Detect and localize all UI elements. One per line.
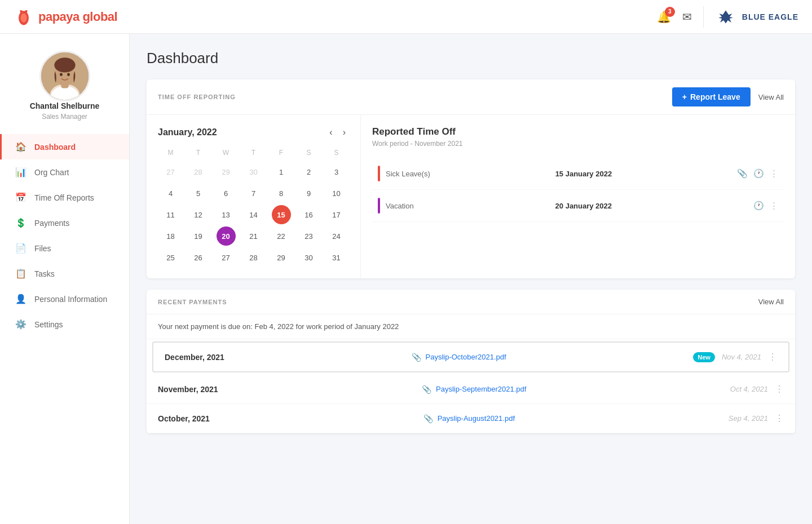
plus-icon: + — [682, 92, 687, 101]
payment-file-link-december[interactable]: Payslip-October2021.pdf — [426, 353, 506, 361]
cal-day[interactable]: 2 — [299, 162, 319, 181]
cal-day[interactable]: 6 — [217, 184, 236, 203]
sidebar-item-files[interactable]: 📄 Files — [0, 236, 129, 261]
payments-view-all-link[interactable]: View All — [758, 297, 784, 306]
cal-day[interactable]: 18 — [161, 227, 180, 246]
cal-day[interactable]: 13 — [217, 205, 236, 224]
cal-day[interactable]: 31 — [327, 248, 346, 267]
cal-day[interactable]: 5 — [189, 184, 208, 203]
calendar-prev-button[interactable]: ‹ — [326, 126, 336, 139]
sick-leave-actions: 📎 🕐 ⋮ — [737, 168, 778, 179]
cal-day[interactable]: 29 — [272, 248, 291, 267]
cal-day[interactable]: 17 — [327, 205, 346, 224]
payments-card-header: RECENT PAYMENTS View All — [147, 290, 795, 314]
cal-day[interactable]: 12 — [189, 205, 208, 224]
cal-day[interactable]: 29 — [217, 162, 236, 181]
cal-day[interactable]: 28 — [244, 248, 263, 267]
time-off-header-actions: + Report Leave View All — [672, 87, 784, 106]
sidebar-item-tasks[interactable]: 📋 Tasks — [0, 261, 129, 286]
notification-count: 3 — [665, 7, 675, 17]
cal-day[interactable]: 8 — [272, 184, 291, 203]
nav-list: 🏠 Dashboard 📊 Org Chart 📅 Time Off Repor… — [0, 134, 129, 337]
payment-dots-december[interactable]: ⋮ — [768, 352, 777, 362]
cal-day[interactable]: 3 — [327, 162, 346, 181]
sidebar-item-personal-information[interactable]: 👤 Personal Information — [0, 286, 129, 312]
cal-day-today[interactable]: 15 — [272, 205, 291, 224]
payment-row-december: December, 2021 📎 Payslip-October2021.pdf… — [152, 341, 789, 372]
payment-period-december: December, 2021 — [165, 353, 224, 362]
time-off-card: TIME OFF REPORTING + Report Leave View A… — [147, 79, 795, 278]
time-off-view-all-link[interactable]: View All — [758, 93, 784, 101]
payment-file-link-november[interactable]: Payslip-September2021.pdf — [436, 385, 526, 393]
sidebar-item-label: Time Off Reports — [34, 193, 94, 202]
leave-left: Vacation — [378, 198, 414, 214]
payments-notice: Your next payment is due on: Feb 4, 2022… — [147, 314, 795, 339]
cal-day[interactable]: 26 — [189, 248, 208, 267]
cal-day[interactable]: 22 — [272, 227, 291, 246]
cal-day[interactable]: 27 — [217, 248, 236, 267]
sidebar-item-time-off[interactable]: 📅 Time Off Reports — [0, 185, 129, 210]
mail-icon[interactable]: ✉ — [682, 10, 692, 24]
new-badge-december: New — [693, 352, 715, 362]
sick-leave-type: Sick Leave(s) — [386, 170, 430, 178]
time-off-body: January, 2022 ‹ › M T W T F S — [147, 115, 795, 278]
cal-day[interactable]: 24 — [327, 227, 346, 246]
cal-day[interactable]: 1 — [272, 162, 291, 181]
cal-day[interactable]: 21 — [244, 227, 263, 246]
vacation-leave-clock-button[interactable]: 🕐 — [753, 201, 764, 211]
notification-bell[interactable]: 🔔 3 — [657, 10, 671, 24]
cal-day[interactable]: 30 — [299, 248, 319, 267]
cal-day[interactable]: 30 — [244, 162, 263, 181]
sidebar-item-payments[interactable]: 💲 Payments — [0, 210, 129, 236]
payment-right-december: New Nov 4, 2021 ⋮ — [693, 352, 777, 362]
cal-day[interactable]: 7 — [244, 184, 263, 203]
cal-day[interactable]: 9 — [299, 184, 319, 203]
payments-icon: 💲 — [15, 217, 27, 228]
cal-day[interactable]: 4 — [161, 184, 180, 203]
sidebar-item-label: Files — [34, 244, 51, 253]
report-leave-button[interactable]: + Report Leave — [672, 87, 751, 106]
cal-day[interactable]: 14 — [244, 205, 263, 224]
leave-left: Sick Leave(s) — [378, 166, 430, 181]
payment-file-link-october[interactable]: Payslip-August2021.pdf — [438, 414, 515, 423]
calendar-pane: January, 2022 ‹ › M T W T F S — [147, 115, 361, 278]
cal-header-fri: F — [268, 149, 294, 160]
cal-day[interactable]: 28 — [189, 162, 208, 181]
payment-period-october: October, 2021 — [158, 414, 210, 423]
avatar — [39, 51, 90, 101]
sidebar-item-dashboard[interactable]: 🏠 Dashboard — [0, 134, 129, 159]
vacation-leave-type: Vacation — [386, 202, 414, 210]
cal-day[interactable]: 11 — [161, 205, 180, 224]
cal-day[interactable]: 19 — [189, 227, 208, 246]
cal-day[interactable]: 16 — [299, 205, 319, 224]
time-off-section-label: TIME OFF REPORTING — [158, 94, 236, 100]
payment-date-december: Nov 4, 2021 — [722, 353, 761, 361]
cal-day[interactable]: 10 — [327, 184, 346, 203]
payment-right-october: Sep 4, 2021 ⋮ — [729, 413, 784, 424]
files-icon: 📄 — [15, 243, 27, 254]
home-icon: 🏠 — [15, 141, 27, 152]
cal-header-thu: T — [241, 149, 266, 160]
payment-mid-november: 📎 Payslip-September2021.pdf — [422, 385, 526, 394]
cal-day-highlighted[interactable]: 20 — [217, 227, 236, 246]
topnav: papaya global 🔔 3 ✉ BLUE EAGLE — [0, 0, 812, 34]
cal-day[interactable]: 23 — [299, 227, 319, 246]
reported-time-off-pane: Reported Time Off Work period - November… — [361, 115, 795, 278]
calendar-next-button[interactable]: › — [339, 126, 349, 139]
cal-day[interactable]: 27 — [161, 162, 180, 181]
cal-day[interactable]: 25 — [161, 248, 180, 267]
sick-leave-clock-button[interactable]: 🕐 — [753, 168, 764, 179]
page-title: Dashboard — [147, 50, 795, 67]
sidebar-item-org-chart[interactable]: 📊 Org Chart — [0, 159, 129, 185]
vacation-leave-dots-button[interactable]: ⋮ — [770, 201, 778, 211]
payment-period-november: November, 2021 — [158, 385, 218, 394]
calendar-nav: ‹ › — [326, 126, 349, 139]
sick-leave-clip-button[interactable]: 📎 — [737, 168, 748, 179]
leave-row-vacation: Vacation 20 January 2022 🕐 ⋮ — [372, 190, 784, 222]
payment-dots-november[interactable]: ⋮ — [775, 384, 784, 394]
sick-leave-dots-button[interactable]: ⋮ — [770, 168, 778, 179]
sidebar-item-settings[interactable]: ⚙️ Settings — [0, 312, 129, 337]
topnav-right: 🔔 3 ✉ BLUE EAGLE — [657, 6, 798, 28]
logo-area: papaya global — [14, 7, 117, 27]
payment-dots-october[interactable]: ⋮ — [775, 413, 784, 424]
